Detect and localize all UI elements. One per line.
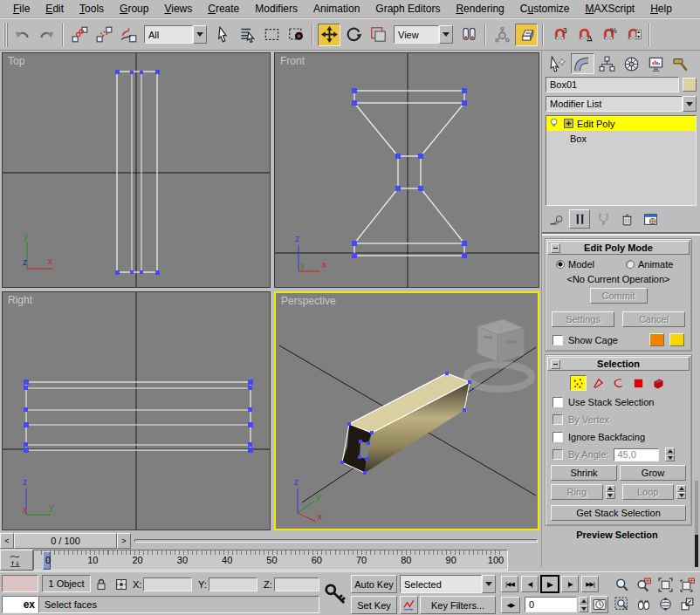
tab-utilities[interactable] xyxy=(669,53,692,74)
cancel-button[interactable]: Cancel xyxy=(622,311,685,327)
key-mode-toggle-button[interactable]: ◀▶ xyxy=(501,597,520,613)
chevron-down-icon[interactable] xyxy=(439,25,453,44)
zoom-button[interactable] xyxy=(611,575,633,594)
time-slider-handle[interactable]: 0 / 100 xyxy=(14,533,117,549)
edge-subobject-button[interactable] xyxy=(590,375,607,391)
tab-display[interactable] xyxy=(644,53,668,74)
i-beam-object[interactable] xyxy=(340,372,471,475)
tab-modify[interactable] xyxy=(571,53,594,74)
by-angle-spinner[interactable] xyxy=(665,448,675,461)
time-slider-prev-button[interactable]: < xyxy=(0,533,14,549)
macro-recorder-pane[interactable] xyxy=(2,575,38,592)
previous-frame-button[interactable]: ◀| xyxy=(521,576,539,592)
commit-button[interactable]: Commit xyxy=(590,288,648,304)
pin-stack-button[interactable] xyxy=(546,209,566,229)
ring-spinner[interactable] xyxy=(606,485,615,499)
open-mini-curve-editor-button[interactable] xyxy=(0,550,33,571)
menu-views[interactable]: Views xyxy=(156,1,200,17)
stack-item-edit-poly[interactable]: Edit Poly xyxy=(546,116,696,131)
set-keys-button[interactable] xyxy=(323,578,347,610)
percent-snap-button[interactable]: % xyxy=(597,24,620,46)
menu-group[interactable]: Group xyxy=(112,1,156,17)
ring-button[interactable]: Ring xyxy=(551,484,603,500)
select-and-move-button[interactable] xyxy=(318,24,340,46)
remove-modifier-button[interactable] xyxy=(616,209,637,229)
absolute-offset-mode-toggle[interactable] xyxy=(113,577,129,592)
cage-color-swatch[interactable] xyxy=(649,333,664,346)
element-subobject-button[interactable] xyxy=(650,375,667,391)
tab-motion[interactable] xyxy=(620,53,643,74)
edit-poly-mode-header[interactable]: Edit Poly Mode xyxy=(547,241,690,255)
by-angle-checkbox[interactable] xyxy=(552,449,563,460)
default-in-out-tangents-button[interactable] xyxy=(400,596,418,614)
go-to-end-button[interactable]: ▶▶| xyxy=(581,576,599,592)
keyboard-shortcut-override-button[interactable] xyxy=(515,24,538,46)
vertex-subobject-button[interactable] xyxy=(570,375,587,391)
time-configuration-button[interactable] xyxy=(590,596,608,613)
settings-button[interactable]: Settings xyxy=(552,311,614,327)
panel-scrollbar[interactable] xyxy=(695,481,698,567)
panel-scrollbar-thumb[interactable] xyxy=(695,481,698,535)
zoom-all-button[interactable] xyxy=(633,575,655,594)
selection-filter-dropdown[interactable]: All xyxy=(144,25,207,44)
time-slider-next-button[interactable]: > xyxy=(117,533,131,549)
rectangular-selection-region-button[interactable] xyxy=(260,24,283,46)
menu-modifiers[interactable]: Modifiers xyxy=(247,1,305,17)
zoom-region-button[interactable] xyxy=(611,594,633,613)
by-angle-field[interactable]: 45,0 xyxy=(614,448,659,461)
select-and-rotate-button[interactable] xyxy=(342,24,365,46)
menu-customize[interactable]: Customize xyxy=(512,1,578,17)
select-object-button[interactable] xyxy=(211,24,234,46)
unlink-selection-button[interactable] xyxy=(93,24,115,46)
menu-file[interactable]: File xyxy=(5,1,38,17)
chevron-down-icon[interactable] xyxy=(193,25,207,44)
x-coordinate-field[interactable] xyxy=(143,577,192,591)
modifier-bulb-icon[interactable] xyxy=(549,118,560,129)
viewport-perspective[interactable]: Perspective xyxy=(274,291,539,530)
play-button[interactable]: ▶ xyxy=(541,576,559,592)
reference-coordinate-dropdown[interactable]: View xyxy=(394,25,453,44)
key-mode-dropdown[interactable]: Selected xyxy=(400,575,496,593)
toolbar-drag-handle[interactable] xyxy=(3,23,8,47)
use-stack-selection-checkbox[interactable] xyxy=(552,397,563,407)
ignore-backfacing-checkbox[interactable] xyxy=(552,432,563,442)
show-end-result-button[interactable] xyxy=(569,209,590,229)
object-color-swatch[interactable] xyxy=(683,78,697,92)
menu-rendering[interactable]: Rendering xyxy=(448,1,511,17)
polygon-subobject-button[interactable] xyxy=(630,375,647,391)
redo-button[interactable] xyxy=(35,24,58,46)
spinner-snap-button[interactable] xyxy=(621,24,644,46)
angle-snap-button[interactable] xyxy=(573,24,595,46)
min-max-toggle-button[interactable] xyxy=(676,594,698,613)
select-and-manipulate-button[interactable] xyxy=(491,24,513,46)
object-name-field[interactable]: Box01 xyxy=(546,77,679,92)
grow-button[interactable]: Grow xyxy=(620,465,686,481)
loop-spinner[interactable] xyxy=(676,485,686,499)
current-frame-field[interactable]: 0 xyxy=(525,597,577,612)
modifier-list-dropdown[interactable]: Modifier List xyxy=(546,96,697,112)
expand-plus-icon[interactable] xyxy=(563,118,574,129)
viewport-top[interactable]: Top xyxy=(2,52,271,288)
z-coordinate-field[interactable] xyxy=(274,577,319,591)
key-filters-button[interactable]: Key Filters... xyxy=(420,596,496,614)
go-to-start-button[interactable]: |◀◀ xyxy=(501,576,518,592)
collapse-icon[interactable] xyxy=(551,243,560,253)
loop-button[interactable]: Loop xyxy=(622,484,675,500)
menu-maxscript[interactable]: MAXScript xyxy=(578,1,643,17)
track-bar-ruler[interactable]: 0102030405060708090100 xyxy=(33,550,508,571)
arc-rotate-button[interactable] xyxy=(655,594,676,613)
tab-hierarchy[interactable] xyxy=(595,53,619,74)
window-crossing-button[interactable] xyxy=(285,24,307,46)
collapse-icon[interactable] xyxy=(551,359,560,369)
viewport-right[interactable]: Right xyxy=(2,291,271,530)
model-radio[interactable] xyxy=(556,260,565,269)
shrink-button[interactable]: Shrink xyxy=(551,465,617,481)
bind-to-space-warp-button[interactable] xyxy=(117,24,140,46)
menu-help[interactable]: Help xyxy=(642,1,680,17)
menu-tools[interactable]: Tools xyxy=(72,1,112,17)
y-coordinate-field[interactable] xyxy=(209,577,257,591)
configure-modifier-sets-button[interactable] xyxy=(640,209,661,229)
zoom-extents-all-button[interactable] xyxy=(676,575,698,594)
get-stack-selection-button[interactable]: Get Stack Selection xyxy=(551,505,686,521)
menu-edit[interactable]: Edit xyxy=(38,1,72,17)
